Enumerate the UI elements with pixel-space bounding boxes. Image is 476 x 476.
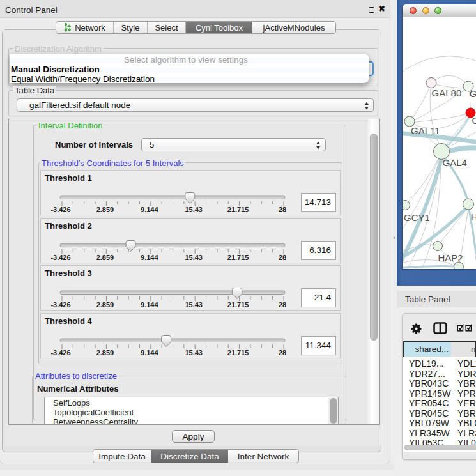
svg-text:GCY1: GCY1 <box>404 212 430 223</box>
svg-text:-3.426: -3.426 <box>50 301 70 309</box>
svg-text:15.43: 15.43 <box>185 206 203 213</box>
svg-text:28: 28 <box>279 301 286 309</box>
svg-text:28: 28 <box>279 206 286 213</box>
svg-text:28: 28 <box>279 349 286 357</box>
svg-text:9.144: 9.144 <box>141 349 158 357</box>
svg-text:2.859: 2.859 <box>96 206 114 213</box>
svg-text:-3.426: -3.426 <box>50 254 70 261</box>
svg-text:21.715: 21.715 <box>227 301 249 309</box>
svg-text:2.859: 2.859 <box>96 301 114 309</box>
svg-text:GA: GA <box>470 88 476 99</box>
svg-text:-3.426: -3.426 <box>50 206 70 213</box>
svg-text:GAL11: GAL11 <box>411 125 440 136</box>
svg-text:21.715: 21.715 <box>227 206 249 213</box>
svg-text:GAL80: GAL80 <box>432 88 462 98</box>
svg-text:28: 28 <box>279 254 286 261</box>
svg-text:-3.426: -3.426 <box>50 349 70 357</box>
svg-text:C: C <box>472 115 476 126</box>
svg-text:GAL4: GAL4 <box>443 157 467 168</box>
svg-text:15.43: 15.43 <box>185 254 203 261</box>
svg-text:H: H <box>471 211 476 222</box>
svg-text:HAP2: HAP2 <box>438 252 463 263</box>
svg-text:2.859: 2.859 <box>96 254 114 261</box>
svg-text:21.715: 21.715 <box>227 254 249 261</box>
svg-text:21.715: 21.715 <box>227 349 249 357</box>
svg-text:2.859: 2.859 <box>96 349 114 357</box>
svg-text:15.43: 15.43 <box>185 349 203 357</box>
svg-text:9.144: 9.144 <box>141 206 158 213</box>
svg-text:9.144: 9.144 <box>141 301 158 309</box>
svg-text:15.43: 15.43 <box>185 301 203 309</box>
svg-text:9.144: 9.144 <box>141 254 158 261</box>
